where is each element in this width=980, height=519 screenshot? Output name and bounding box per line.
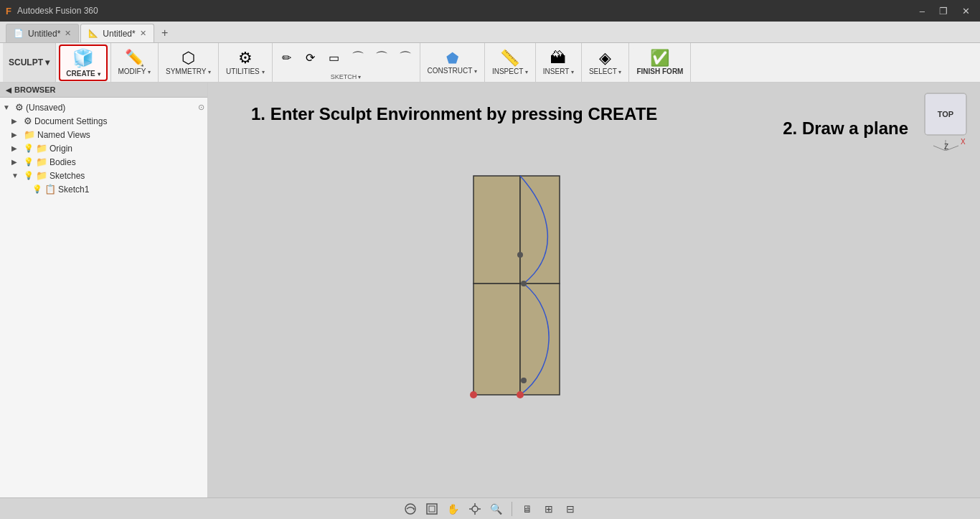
construct-group: ⬟ CONSTRUCT ▾: [420, 43, 484, 82]
display-mode-btn[interactable]: 🖥: [518, 501, 537, 517]
svg-point-16: [521, 378, 527, 383]
inspect-group: 📏 INSPECT ▾: [485, 43, 535, 82]
viewcube[interactable]: X Z TOP: [919, 90, 973, 144]
tree-expand-named-views[interactable]: ▶: [11, 131, 22, 139]
tab-close-2[interactable]: ✕: [140, 29, 146, 38]
tab-label-2: Untitled*: [103, 29, 135, 39]
grid-toggle-btn[interactable]: ⊞: [540, 501, 558, 517]
app-icon: F: [6, 6, 11, 17]
close-button[interactable]: ✕: [958, 4, 974, 18]
modify-label: MODIFY ▾: [118, 67, 151, 75]
tree-icon-sketch1-file: 📋: [44, 184, 56, 195]
tree-label-origin: Origin: [50, 144, 204, 154]
insert-label: INSERT ▾: [543, 67, 574, 75]
inspect-button[interactable]: 📏 INSPECT ▾: [488, 48, 532, 78]
tab-add-button[interactable]: +: [156, 24, 174, 42]
tree-item-sketch1[interactable]: 💡 📋 Sketch1: [0, 182, 207, 196]
svg-point-12: [517, 252, 523, 258]
sidebar: ◀ BROWSER ▼ ⚙ (Unsaved) ⊙ ▶ ⚙ Document S…: [0, 83, 208, 497]
sketch-btn-curve2[interactable]: ⌒: [370, 47, 393, 67]
tab-file-icon-1: 📄: [14, 29, 24, 38]
sketch-btn-pencil[interactable]: ✏: [275, 50, 298, 66]
tree-label-bodies: Bodies: [50, 157, 204, 167]
finish-form-button[interactable]: ✅ FINISH FORM: [632, 48, 687, 78]
svg-rect-11: [520, 284, 560, 395]
svg-point-14: [470, 391, 477, 398]
finish-form-label: FINISH FORM: [636, 67, 683, 75]
orbit-btn[interactable]: [401, 501, 420, 517]
insert-icon: 🏔: [550, 50, 566, 66]
fit-screen-btn[interactable]: [423, 501, 441, 517]
tree-icon-doc-settings: ⚙: [24, 116, 32, 126]
ribbon-section-modify: ✏️ MODIFY ▾: [111, 43, 159, 82]
restore-button[interactable]: ❐: [935, 4, 952, 18]
tree-expand-bodies[interactable]: ▶: [11, 158, 22, 166]
insert-button[interactable]: 🏔 INSERT ▾: [539, 48, 578, 78]
finish-form-icon: ✅: [650, 50, 669, 66]
browser-header: ◀ BROWSER: [0, 83, 207, 98]
zoom-btn[interactable]: 🔍: [487, 501, 506, 517]
tab-close-1[interactable]: ✕: [65, 29, 71, 38]
app-title: Autodesk Fusion 360: [17, 6, 98, 16]
tab-untitled-2[interactable]: 📐 Untitled* ✕: [80, 24, 154, 42]
utilities-label: UTILITIES ▾: [226, 67, 264, 75]
minimize-button[interactable]: –: [915, 4, 929, 18]
tree-item-named-views[interactable]: ▶ 📁 Named Views: [0, 128, 207, 141]
tree-item-root[interactable]: ▼ ⚙ (Unsaved) ⊙: [0, 100, 207, 114]
modify-button[interactable]: ✏️ MODIFY ▾: [114, 48, 155, 78]
tree-expand-sketches[interactable]: ▼: [11, 172, 22, 179]
tree-icon-sketch1-bulb: 💡: [32, 184, 42, 194]
modify-icon: ✏️: [125, 50, 144, 66]
instruction-1: 1. Enter Sculpt Environment by pressing …: [251, 104, 657, 124]
sculpt-env-button[interactable]: SCULPT ▾: [3, 43, 56, 82]
symmetry-button[interactable]: ⬡ SYMMETRY ▾: [161, 48, 215, 78]
svg-text:TOP: TOP: [938, 110, 953, 118]
sketch-btn-curve1[interactable]: ⌒: [347, 47, 369, 67]
svg-point-21: [472, 506, 478, 512]
pan-btn[interactable]: ✋: [444, 501, 463, 517]
construct-button[interactable]: ⬟ CONSTRUCT ▾: [423, 49, 481, 77]
tree-expand-root[interactable]: ▼: [3, 103, 13, 111]
svg-rect-10: [473, 284, 520, 395]
tree-icon-sketches-folder: 📁: [36, 170, 47, 181]
utilities-button[interactable]: ⚙ UTILITIES ▾: [222, 48, 268, 78]
tab-untitled-1[interactable]: 📄 Untitled* ✕: [6, 24, 79, 42]
browser-collapse-icon[interactable]: ◀: [6, 86, 11, 94]
create-label: CREATE ▾: [66, 70, 100, 78]
svg-text:Z: Z: [944, 143, 948, 151]
look-at-btn[interactable]: [466, 501, 484, 517]
sketch-curve1-icon: ⌒: [352, 49, 364, 66]
sketch-btn-arc[interactable]: ⟳: [299, 50, 322, 66]
tab-label-1: Untitled*: [28, 29, 60, 39]
bottom-toolbar: ✋ 🔍 🖥 ⊞ ⊟: [0, 497, 980, 519]
tree-action-root[interactable]: ⊙: [198, 103, 204, 112]
tree-item-origin[interactable]: ▶ 💡 📁 Origin: [0, 141, 207, 155]
tree-item-sketches[interactable]: ▼ 💡 📁 Sketches: [0, 169, 207, 182]
sketch-arc-icon: ⟳: [306, 51, 315, 65]
sculpt-label: SCULPT ▾: [9, 57, 50, 67]
construct-icon: ⬟: [446, 51, 458, 65]
sketch-group-label: SKETCH: [331, 73, 357, 80]
tree-item-doc-settings[interactable]: ▶ ⚙ Document Settings: [0, 114, 207, 128]
svg-text:X: X: [961, 138, 966, 146]
canvas-area[interactable]: 1. Enter Sculpt Environment by pressing …: [208, 83, 980, 497]
ribbon-section-utilities: ⚙ UTILITIES ▾: [219, 43, 272, 82]
sketch-btn-rect[interactable]: ▭: [323, 50, 346, 66]
tree-expand-doc-settings[interactable]: ▶: [11, 117, 22, 125]
svg-rect-9: [520, 176, 560, 284]
sketch-btn-curve3[interactable]: ⌒: [394, 47, 417, 67]
tree-item-bodies[interactable]: ▶ 💡 📁 Bodies: [0, 155, 207, 169]
title-bar: F Autodesk Fusion 360 – ❐ ✕: [0, 0, 980, 22]
select-button[interactable]: ◈ SELECT ▾: [585, 48, 626, 78]
tree-label-named-views: Named Views: [37, 130, 204, 140]
tab-file-icon-2: 📐: [88, 29, 98, 38]
sketch-rect-icon: ▭: [329, 51, 339, 65]
view-options-btn[interactable]: ⊟: [561, 501, 580, 517]
tree-label-sketches: Sketches: [50, 171, 204, 181]
svg-point-13: [521, 281, 527, 286]
tree-icon-sketches-bulb: 💡: [24, 171, 34, 180]
tree-expand-origin[interactable]: ▶: [11, 144, 22, 152]
create-button[interactable]: 🧊 CREATE ▾: [59, 45, 107, 81]
utilities-icon: ⚙: [238, 50, 253, 66]
sketch-curve2-icon: ⌒: [375, 49, 388, 66]
